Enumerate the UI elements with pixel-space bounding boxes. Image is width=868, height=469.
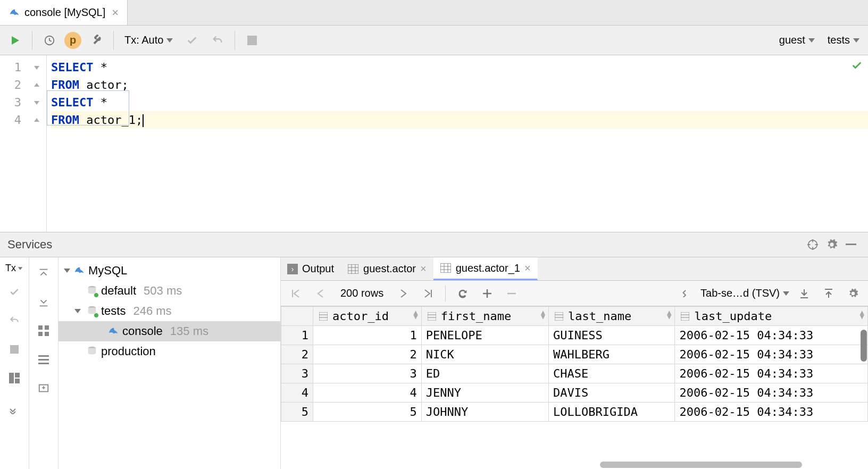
list-icon[interactable] — [33, 349, 54, 370]
last-page-icon[interactable] — [419, 284, 438, 303]
text-cursor — [143, 114, 144, 127]
fold-end-icon[interactable] — [27, 111, 46, 129]
sort-icon[interactable]: ▲▼ — [667, 310, 671, 319]
table-row[interactable]: 11PENELOPEGUINESS2006-02-15 04:34:33 — [281, 326, 868, 345]
sort-icon[interactable]: ▲▼ — [413, 310, 418, 319]
add-row-icon[interactable] — [478, 284, 497, 303]
more-icon[interactable] — [4, 400, 25, 422]
separator — [235, 31, 235, 50]
stop-button[interactable] — [241, 30, 263, 51]
horizontal-scrollbar[interactable] — [600, 462, 802, 468]
tx-label-icon[interactable]: Tx — [5, 263, 23, 274]
settings-gear-icon[interactable] — [844, 284, 863, 303]
next-page-icon[interactable] — [394, 284, 413, 303]
result-tab-actor[interactable]: guest.actor × — [341, 257, 433, 280]
stop-icon[interactable] — [4, 339, 25, 360]
close-icon[interactable]: × — [420, 263, 427, 275]
database-dropdown[interactable]: tests — [823, 34, 864, 46]
services-left-toolbar-2 — [29, 257, 59, 469]
history-button[interactable] — [39, 30, 60, 51]
collapse-up-icon[interactable] — [33, 263, 54, 284]
result-tab-actor1[interactable]: guest.actor_1 × — [433, 257, 538, 280]
output-icon: › — [287, 264, 298, 274]
database-icon — [86, 285, 98, 297]
svg-rect-11 — [45, 332, 49, 336]
code-area[interactable]: SELECT * FROM actor; SELECT * FROM actor… — [47, 55, 868, 232]
download-icon[interactable] — [795, 284, 814, 303]
upload-icon[interactable] — [819, 284, 838, 303]
remove-row-icon[interactable] — [502, 284, 521, 303]
layout-icon[interactable] — [4, 367, 25, 389]
export-format-dropdown[interactable]: Tab-se…d (TSV) — [700, 287, 789, 299]
vertical-scrollbar[interactable] — [861, 330, 867, 362]
gear-icon[interactable] — [822, 235, 841, 254]
chevron-down-icon — [166, 38, 173, 43]
file-tab-console[interactable]: console [MySQL] × — [0, 0, 128, 25]
services-tree[interactable]: MySQL default 503 ms tests 246 ms consol… — [59, 257, 281, 469]
expand-icon[interactable] — [74, 309, 81, 313]
prev-page-icon[interactable] — [311, 284, 330, 303]
result-tab-output[interactable]: › Output — [281, 257, 341, 280]
database-icon — [86, 305, 98, 317]
first-page-icon[interactable] — [286, 284, 305, 303]
sort-icon[interactable]: ▲▼ — [541, 310, 545, 319]
svg-rect-4 — [10, 345, 19, 354]
sql-editor[interactable]: 1 2 3 4 SELECT * FROM actor; SELECT * FR… — [0, 55, 868, 232]
svg-rect-38 — [681, 312, 689, 321]
expand-icon[interactable] — [64, 269, 70, 273]
close-tab-icon[interactable]: × — [110, 6, 121, 20]
svg-rect-12 — [38, 355, 49, 357]
svg-rect-5 — [9, 373, 14, 383]
result-tabs: › Output guest.actor × guest.actor_1 × — [281, 257, 868, 281]
more-chevrons-icon[interactable] — [676, 284, 695, 303]
svg-rect-35 — [555, 312, 563, 321]
svg-rect-1 — [247, 36, 257, 45]
execute-button[interactable] — [4, 30, 26, 51]
grid-icon[interactable] — [33, 320, 54, 341]
schema-dropdown[interactable]: guest — [775, 34, 819, 46]
table-icon — [347, 263, 359, 275]
minimize-icon[interactable] — [841, 235, 861, 254]
sort-icon[interactable]: ▲▼ — [860, 310, 864, 319]
svg-rect-29 — [319, 312, 328, 321]
fold-start-icon[interactable] — [27, 94, 46, 111]
table-row[interactable]: 22NICKWAHLBERG2006-02-15 04:34:33 — [281, 345, 868, 364]
table-row[interactable]: 44JENNYDAVIS2006-02-15 04:34:33 — [281, 383, 868, 403]
tree-console[interactable]: console 135 ms — [59, 321, 280, 341]
table-row[interactable]: 33EDCHASE2006-02-15 04:34:33 — [281, 364, 868, 383]
separator — [32, 31, 32, 50]
result-grid[interactable]: actor_id▲▼ first_name▲▼ last_name▲▼ last… — [281, 306, 868, 469]
inspection-ok-icon[interactable] — [851, 58, 863, 76]
rollback-button[interactable] — [207, 30, 228, 51]
table-body: 11PENELOPEGUINESS2006-02-15 04:34:33 22N… — [281, 326, 868, 422]
tree-db-default[interactable]: default 503 ms — [59, 281, 280, 301]
tree-db-production[interactable]: production — [59, 341, 280, 362]
target-icon[interactable] — [803, 235, 822, 254]
column-last_name[interactable]: last_name▲▼ — [549, 307, 675, 326]
settings-wrench-icon[interactable] — [86, 30, 107, 51]
refresh-icon[interactable] — [453, 284, 472, 303]
tx-mode-dropdown[interactable]: Tx: Auto — [120, 34, 177, 46]
mysql-dolphin-icon — [73, 265, 85, 277]
column-last_update[interactable]: last_update▲▼ — [675, 307, 868, 326]
svg-rect-10 — [38, 332, 43, 336]
column-first_name[interactable]: first_name▲▼ — [421, 307, 548, 326]
table-row[interactable]: 55JOHNNYLOLLOBRIGIDA2006-02-15 04:34:33 — [281, 403, 868, 422]
column-actor_id[interactable]: actor_id▲▼ — [313, 307, 422, 326]
svg-rect-14 — [38, 363, 49, 364]
open-tab-icon[interactable] — [33, 378, 54, 399]
rollback-icon[interactable] — [4, 310, 25, 331]
expand-down-icon[interactable] — [33, 291, 54, 313]
fold-start-icon[interactable] — [27, 58, 46, 76]
close-icon[interactable]: × — [524, 262, 531, 274]
separator — [113, 31, 114, 50]
fold-end-icon[interactable] — [27, 76, 46, 94]
commit-icon[interactable] — [4, 281, 25, 303]
p-badge-button[interactable]: p — [64, 32, 81, 49]
commit-button[interactable] — [181, 30, 203, 51]
tree-root-mysql[interactable]: MySQL — [59, 261, 280, 281]
row-count: 200 rows — [335, 287, 389, 299]
tree-db-tests[interactable]: tests 246 ms — [59, 301, 280, 321]
result-toolbar: 200 rows Tab-se…d (TSV) — [281, 281, 868, 306]
table-header-row: actor_id▲▼ first_name▲▼ last_name▲▼ last… — [281, 307, 868, 326]
